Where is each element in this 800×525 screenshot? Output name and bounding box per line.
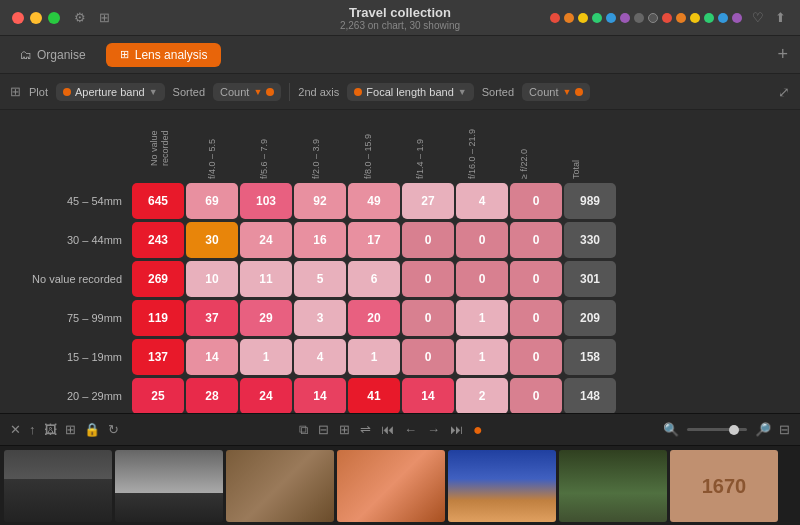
organise-button[interactable]: 🗂 Organise xyxy=(12,44,94,66)
color-orange[interactable] xyxy=(564,13,574,23)
matrix-cell[interactable]: 103 xyxy=(240,183,292,219)
grid-alt-icon[interactable]: ⊟ xyxy=(318,422,329,437)
matrix-cell[interactable]: 11 xyxy=(240,261,292,297)
color-purple2[interactable] xyxy=(732,13,742,23)
matrix-cell[interactable]: 0 xyxy=(510,261,562,297)
photo-thumbnail[interactable] xyxy=(559,450,667,522)
matrix-cell[interactable]: 27 xyxy=(402,183,454,219)
matrix-cell[interactable]: 0 xyxy=(456,261,508,297)
matrix-cell[interactable]: 14 xyxy=(186,339,238,375)
matrix-cell[interactable]: 92 xyxy=(294,183,346,219)
matrix-cell[interactable]: 4 xyxy=(456,183,508,219)
matrix-cell[interactable]: 148 xyxy=(564,378,616,413)
add-panel-button[interactable]: + xyxy=(777,44,788,65)
matrix-cell[interactable]: 49 xyxy=(348,183,400,219)
matrix-cell[interactable]: 0 xyxy=(510,339,562,375)
matrix-cell[interactable]: 209 xyxy=(564,300,616,336)
matrix-cell[interactable]: 4 xyxy=(294,339,346,375)
matrix-cell[interactable]: 0 xyxy=(510,222,562,258)
lens-analysis-button[interactable]: ⊞ Lens analysis xyxy=(106,43,222,67)
color-green2[interactable] xyxy=(704,13,714,23)
color-gray[interactable] xyxy=(634,13,644,23)
grid-view-icon[interactable]: ⊞ xyxy=(339,422,350,437)
photo-thumbnail[interactable] xyxy=(4,450,112,522)
matrix-cell[interactable]: 25 xyxy=(132,378,184,413)
copy-icon[interactable]: ⧉ xyxy=(299,422,308,438)
matrix-cell[interactable]: 30 xyxy=(186,222,238,258)
matrix-cell[interactable]: 1 xyxy=(456,300,508,336)
matrix-cell[interactable]: 269 xyxy=(132,261,184,297)
color-green[interactable] xyxy=(592,13,602,23)
matrix-cell[interactable]: 69 xyxy=(186,183,238,219)
lock-icon[interactable]: 🔒 xyxy=(84,422,100,437)
grid-icon[interactable]: ⊞ xyxy=(10,84,21,99)
matrix-cell[interactable]: 119 xyxy=(132,300,184,336)
color-blue[interactable] xyxy=(606,13,616,23)
photo-thumbnail[interactable] xyxy=(226,450,334,522)
matrix-cell[interactable]: 28 xyxy=(186,378,238,413)
skip-start-icon[interactable]: ⏮ xyxy=(381,422,394,437)
matrix-cell[interactable]: 301 xyxy=(564,261,616,297)
close-button[interactable] xyxy=(12,12,24,24)
color-none[interactable] xyxy=(648,13,658,23)
arrow-left-icon[interactable]: ← xyxy=(404,422,417,437)
photo-thumbnail[interactable] xyxy=(448,450,556,522)
color-blue2[interactable] xyxy=(718,13,728,23)
close-strip-icon[interactable]: ✕ xyxy=(10,422,21,437)
matrix-cell[interactable]: 24 xyxy=(240,378,292,413)
shuffle-icon[interactable]: ⇌ xyxy=(360,422,371,437)
matrix-cell[interactable]: 17 xyxy=(348,222,400,258)
matrix-cell[interactable]: 16 xyxy=(294,222,346,258)
image-icon[interactable]: 🖼 xyxy=(44,422,57,437)
rotation-icon[interactable]: ↻ xyxy=(108,422,119,437)
matrix-cell[interactable]: 29 xyxy=(240,300,292,336)
x-axis-select[interactable]: Aperture band ▼ xyxy=(56,83,165,101)
play-icon[interactable]: ● xyxy=(473,421,483,439)
matrix-cell[interactable]: 243 xyxy=(132,222,184,258)
matrix-cell[interactable]: 24 xyxy=(240,222,292,258)
color-yellow2[interactable] xyxy=(690,13,700,23)
zoom-in-icon[interactable]: 🔎 xyxy=(755,422,771,437)
matrix-cell[interactable]: 20 xyxy=(348,300,400,336)
matrix-cell[interactable]: 5 xyxy=(294,261,346,297)
matrix-cell[interactable]: 14 xyxy=(402,378,454,413)
grid-small2-icon[interactable]: ⊟ xyxy=(779,422,790,437)
photo-thumbnail[interactable]: 1670 xyxy=(670,450,778,522)
matrix-cell[interactable]: 2 xyxy=(456,378,508,413)
matrix-cell[interactable]: 645 xyxy=(132,183,184,219)
share-icon[interactable]: ⬆ xyxy=(772,10,788,26)
matrix-cell[interactable]: 37 xyxy=(186,300,238,336)
sort-select[interactable]: Count ▼ xyxy=(213,83,281,101)
matrix-cell[interactable]: 330 xyxy=(564,222,616,258)
matrix-cell[interactable]: 1 xyxy=(456,339,508,375)
matrix-cell[interactable]: 0 xyxy=(510,183,562,219)
matrix-cell[interactable]: 6 xyxy=(348,261,400,297)
matrix-cell[interactable]: 137 xyxy=(132,339,184,375)
matrix-cell[interactable]: 3 xyxy=(294,300,346,336)
matrix-cell[interactable]: 1 xyxy=(240,339,292,375)
maximize-button[interactable] xyxy=(48,12,60,24)
matrix-cell[interactable]: 0 xyxy=(510,378,562,413)
matrix-cell[interactable]: 0 xyxy=(402,222,454,258)
arrow-right-icon[interactable]: → xyxy=(427,422,440,437)
matrix-cell[interactable]: 41 xyxy=(348,378,400,413)
matrix-cell[interactable]: 989 xyxy=(564,183,616,219)
matrix-cell[interactable]: 1 xyxy=(348,339,400,375)
gear-icon[interactable]: ⚙ xyxy=(72,10,88,26)
zoom-slider[interactable] xyxy=(687,428,747,431)
skip-end-icon[interactable]: ⏭ xyxy=(450,422,463,437)
matrix-cell[interactable]: 0 xyxy=(402,300,454,336)
color-yellow[interactable] xyxy=(578,13,588,23)
color-red[interactable] xyxy=(550,13,560,23)
matrix-cell[interactable]: 158 xyxy=(564,339,616,375)
matrix-cell[interactable]: 0 xyxy=(456,222,508,258)
grid-small-icon[interactable]: ⊞ xyxy=(65,422,76,437)
photo-thumbnail[interactable] xyxy=(115,450,223,522)
minimize-button[interactable] xyxy=(30,12,42,24)
color-red2[interactable] xyxy=(662,13,672,23)
photo-thumbnail[interactable] xyxy=(337,450,445,522)
matrix-cell[interactable]: 10 xyxy=(186,261,238,297)
matrix-cell[interactable]: 14 xyxy=(294,378,346,413)
expand-icon[interactable]: ⤢ xyxy=(778,84,790,100)
matrix-cell[interactable]: 0 xyxy=(510,300,562,336)
